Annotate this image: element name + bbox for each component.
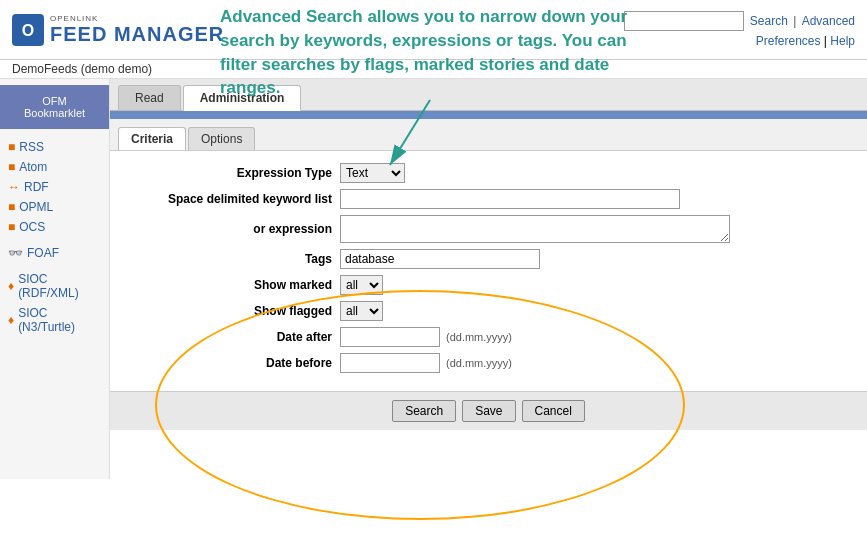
opml-icon: ■ bbox=[8, 200, 15, 214]
show-flagged-select[interactable]: all yes no bbox=[340, 301, 383, 321]
cancel-button[interactable]: Cancel bbox=[522, 400, 585, 422]
date-after-label: Date after bbox=[130, 330, 340, 344]
sidebar-item-rss[interactable]: ■ RSS bbox=[0, 137, 109, 157]
keyword-list-label: Space delimited keyword list bbox=[130, 192, 340, 206]
preferences-link[interactable]: Preferences bbox=[756, 34, 821, 48]
svg-text:O: O bbox=[22, 22, 34, 39]
expression-type-row: Expression Type Text XPATH XQuery bbox=[130, 163, 847, 183]
search-input[interactable] bbox=[624, 11, 744, 31]
search-link[interactable]: Search bbox=[750, 14, 788, 28]
rss-icon: ■ bbox=[8, 140, 15, 154]
sidebar-item-atom[interactable]: ■ Atom bbox=[0, 157, 109, 177]
advanced-link[interactable]: Advanced bbox=[802, 14, 855, 28]
or-expression-input[interactable] bbox=[340, 215, 730, 243]
tags-row: Tags bbox=[130, 249, 847, 269]
form-area: Expression Type Text XPATH XQuery Space … bbox=[110, 151, 867, 391]
search-button[interactable]: Search bbox=[392, 400, 456, 422]
expression-type-label: Expression Type bbox=[130, 166, 340, 180]
date-after-input[interactable] bbox=[340, 327, 440, 347]
sioc-n3-icon: ♦ bbox=[8, 313, 14, 327]
svg-line-1 bbox=[390, 100, 430, 165]
sidebar-item-foaf[interactable]: 👓 FOAF bbox=[0, 243, 109, 263]
keyword-list-input[interactable] bbox=[340, 189, 680, 209]
date-before-hint: (dd.mm.yyyy) bbox=[446, 357, 512, 369]
date-after-row: Date after (dd.mm.yyyy) bbox=[130, 327, 847, 347]
annotation-arrow bbox=[370, 95, 470, 175]
content-panel: Criteria Options Expression Type Text XP… bbox=[110, 119, 867, 430]
date-before-row: Date before (dd.mm.yyyy) bbox=[130, 353, 847, 373]
foaf-icon: 👓 bbox=[8, 246, 23, 260]
sub-tab-options[interactable]: Options bbox=[188, 127, 255, 150]
header-pref-links: Preferences | Help bbox=[756, 34, 855, 48]
tags-label: Tags bbox=[130, 252, 340, 266]
or-expression-row: or expression bbox=[130, 215, 847, 243]
sub-tabs: Criteria Options bbox=[110, 119, 867, 151]
tags-input[interactable] bbox=[340, 249, 540, 269]
tab-read[interactable]: Read bbox=[118, 85, 181, 110]
help-link[interactable]: Help bbox=[830, 34, 855, 48]
logo-area: O OPENLINK FEED MANAGER bbox=[12, 14, 224, 46]
header-right: Search | Advanced Preferences | Help bbox=[624, 11, 855, 48]
logo-text: OPENLINK FEED MANAGER bbox=[50, 14, 224, 46]
date-before-input[interactable] bbox=[340, 353, 440, 373]
date-after-hint: (dd.mm.yyyy) bbox=[446, 331, 512, 343]
ocs-icon: ■ bbox=[8, 220, 15, 234]
form-buttons: Search Save Cancel bbox=[110, 391, 867, 430]
or-expression-label: or expression bbox=[130, 222, 340, 236]
user-info: DemoFeeds (demo demo) bbox=[12, 62, 152, 76]
content-area: Read Administration Criteria Options Exp… bbox=[110, 79, 867, 479]
rdf-icon: ↔ bbox=[8, 180, 20, 194]
header-nav-links: Search | Advanced bbox=[750, 14, 855, 28]
sidebar-item-ocs[interactable]: ■ OCS bbox=[0, 217, 109, 237]
show-flagged-label: Show flagged bbox=[130, 304, 340, 318]
sidebar-item-sioc-n3[interactable]: ♦ SIOC(N3/Turtle) bbox=[0, 303, 109, 337]
show-marked-select[interactable]: all yes no bbox=[340, 275, 383, 295]
date-before-label: Date before bbox=[130, 356, 340, 370]
logo-icon: O bbox=[12, 14, 44, 46]
sidebar-item-rdf[interactable]: ↔ RDF bbox=[0, 177, 109, 197]
show-flagged-row: Show flagged all yes no bbox=[130, 301, 847, 321]
sidebar-item-opml[interactable]: ■ OPML bbox=[0, 197, 109, 217]
sidebar-item-sioc-rdf[interactable]: ♦ SIOC(RDF/XML) bbox=[0, 269, 109, 303]
bookmarklet-button[interactable]: OFMBookmarklet bbox=[0, 85, 109, 129]
logo-openlink: OPENLINK bbox=[50, 14, 224, 23]
blue-band bbox=[110, 111, 867, 119]
keyword-list-row: Space delimited keyword list bbox=[130, 189, 847, 209]
show-marked-label: Show marked bbox=[130, 278, 340, 292]
sioc-rdf-icon: ♦ bbox=[8, 279, 14, 293]
tooltip-text: Advanced Search allows you to narrow dow… bbox=[220, 5, 640, 100]
sidebar: OFMBookmarklet ■ RSS ■ Atom ↔ RDF ■ OPML… bbox=[0, 79, 110, 479]
show-marked-row: Show marked all yes no bbox=[130, 275, 847, 295]
atom-icon: ■ bbox=[8, 160, 15, 174]
logo-feed-manager: FEED MANAGER bbox=[50, 23, 224, 46]
header-search-row: Search | Advanced bbox=[624, 11, 855, 31]
save-button[interactable]: Save bbox=[462, 400, 515, 422]
sub-tab-criteria[interactable]: Criteria bbox=[118, 127, 186, 150]
